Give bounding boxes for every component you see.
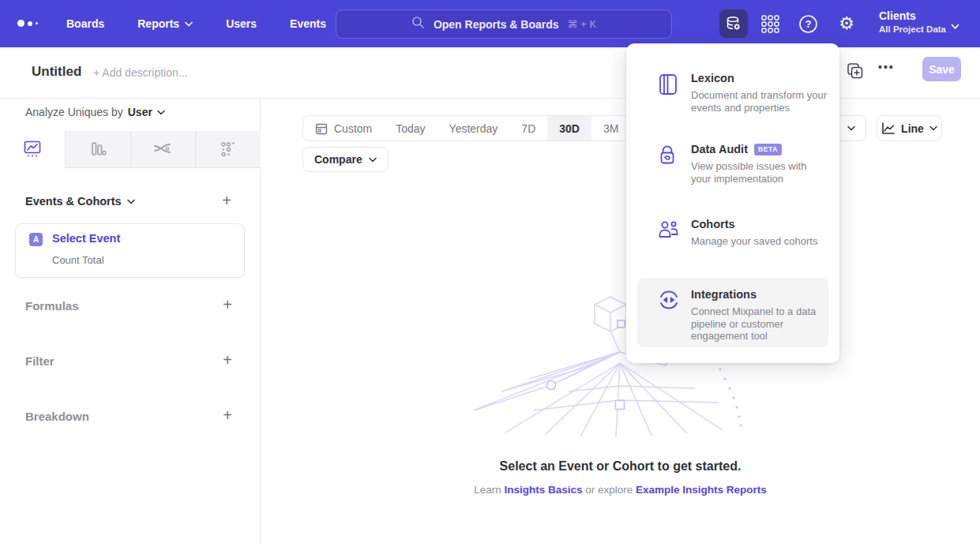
add-filter-button[interactable]: + [223, 353, 232, 367]
data-audit-icon [658, 144, 678, 170]
logo-dot [36, 22, 38, 24]
help-button[interactable]: ? [798, 13, 819, 35]
nav-item-boards[interactable]: Boards [66, 17, 104, 30]
date-range-label: 7D [521, 122, 535, 135]
formulas-label: Formulas [25, 299, 79, 313]
bar-chart-tab-icon [89, 140, 107, 158]
chevron-down-icon [157, 110, 165, 115]
scatter-tab-icon [220, 140, 237, 158]
project-selector[interactable]: Clients All Project Data [879, 9, 946, 36]
search-shortcut-hint: ⌘ + K [568, 18, 597, 30]
empty-state-title: Select an Event or Cohort to get started… [261, 459, 980, 474]
menu-item-description: Connect Mixpanel to a data pipeline or c… [691, 305, 824, 343]
logo-dot [28, 21, 32, 26]
nav-item-users[interactable]: Users [226, 17, 257, 30]
date-range-7d[interactable]: 7D [509, 116, 547, 140]
menu-item-cohorts[interactable]: Cohorts Manage your saved cohorts [626, 218, 839, 268]
calendar-icon [315, 122, 328, 135]
mixpanel-logo[interactable] [17, 20, 38, 27]
menu-item-title: Integrations [691, 288, 757, 301]
menu-item-data-audit[interactable]: Data AuditBETA View possible issues with… [626, 143, 839, 206]
events-cohorts-header[interactable]: Events & Cohorts [25, 195, 135, 208]
lexicon-icon [658, 73, 678, 99]
event-card[interactable]: A Select Event Count Total [15, 223, 245, 278]
menu-item-lexicon[interactable]: Lexicon Document and transform your even… [626, 72, 839, 135]
tab-line-chart[interactable] [0, 131, 65, 168]
beta-badge: BETA [754, 144, 782, 155]
more-options-button[interactable]: ••• [878, 61, 895, 73]
nav-item-label: Reports [137, 17, 179, 30]
add-breakdown-button[interactable]: + [223, 408, 232, 422]
date-range-30d[interactable]: 30D [547, 116, 591, 140]
event-aggregation[interactable]: Count Total [52, 254, 104, 266]
project-name: Clients [879, 9, 946, 24]
chevron-down-icon [929, 125, 937, 131]
report-description-field[interactable]: + Add description... [93, 66, 187, 79]
date-range-label: Custom [334, 122, 372, 135]
logo-dot [17, 20, 24, 27]
chevron-down-icon [369, 157, 377, 163]
nav-item-label: Users [226, 17, 257, 30]
menu-item-integrations[interactable]: Integrations Connect Mixpanel to a data … [637, 278, 828, 347]
tab-bar-chart[interactable] [65, 131, 130, 168]
data-management-menu: Lexicon Document and transform your even… [626, 43, 839, 363]
add-event-button[interactable]: + [222, 193, 231, 208]
chevron-down-icon [185, 21, 193, 27]
apps-grid-button[interactable] [760, 13, 781, 35]
chart-style-dropdown[interactable]: Line [877, 115, 942, 141]
menu-item-description: Manage your saved cohorts [691, 235, 827, 248]
nav-item-reports[interactable]: Reports [137, 17, 193, 30]
duplicate-button[interactable] [847, 62, 864, 83]
date-range-3m[interactable]: 3M [591, 116, 630, 140]
gear-icon: ⚙ [839, 13, 854, 34]
compare-label: Compare [314, 153, 362, 166]
example-reports-link[interactable]: Example Insights Reports [636, 484, 767, 496]
date-range-label: Yesterday [449, 122, 498, 135]
nav-item-events[interactable]: Events [290, 17, 326, 30]
chart-type-tabs [0, 131, 261, 168]
date-range-label: Today [396, 122, 425, 135]
menu-item-description: View possible issues with your implement… [691, 160, 827, 185]
svg-text:?: ? [805, 19, 812, 30]
query-sidebar: Analyze Uniques by User [0, 99, 261, 543]
subtitle-text: or explore [585, 484, 633, 496]
grid-icon [761, 15, 779, 33]
tab-flow-chart[interactable] [130, 131, 196, 168]
menu-item-title: Lexicon [691, 72, 734, 84]
global-search-input[interactable]: Open Reports & Boards ⌘ + K [336, 9, 672, 39]
date-range-control: Custom Today Yesterday 7D 30D 3M 6M [302, 115, 670, 141]
chevron-down-icon[interactable] [951, 19, 959, 33]
report-title[interactable]: Untitled [32, 64, 81, 80]
data-management-button[interactable] [719, 9, 748, 38]
duplicate-icon [847, 62, 864, 80]
events-cohorts-label: Events & Cohorts [25, 195, 122, 208]
tab-scatter-chart[interactable] [195, 131, 261, 168]
filter-section: Filter + [0, 353, 261, 372]
date-range-label: 3M [603, 122, 618, 135]
settings-button[interactable]: ⚙ [835, 12, 858, 36]
select-event-button[interactable]: Select Event [52, 232, 120, 245]
date-range-yesterday[interactable]: Yesterday [437, 116, 510, 140]
report-canvas: Custom Today Yesterday 7D 30D 3M 6M Comp… [261, 99, 980, 543]
menu-item-description: Document and transform your events and p… [691, 89, 827, 114]
save-button[interactable]: Save [922, 57, 961, 81]
insights-basics-link[interactable]: Insights Basics [504, 484, 582, 496]
project-scope: All Project Data [879, 24, 946, 36]
cohorts-icon [658, 219, 680, 243]
add-formula-button[interactable]: + [223, 298, 232, 312]
compare-dropdown[interactable]: Compare [302, 147, 389, 172]
date-range-custom[interactable]: Custom [303, 116, 384, 140]
search-icon [411, 16, 425, 32]
date-range-label: 30D [559, 122, 580, 135]
search-placeholder: Open Reports & Boards [434, 18, 559, 31]
analyze-value-dropdown[interactable]: User [128, 106, 165, 118]
menu-item-title: Data AuditBETA [691, 143, 782, 155]
breakdown-label: Breakdown [25, 410, 89, 423]
analyze-value: User [128, 106, 152, 118]
nav-item-label: Boards [66, 17, 104, 30]
filter-label: Filter [25, 354, 54, 368]
date-range-today[interactable]: Today [384, 116, 437, 140]
help-icon: ? [798, 14, 818, 34]
flow-tab-icon [153, 140, 172, 158]
subtitle-text: Learn [474, 484, 501, 496]
